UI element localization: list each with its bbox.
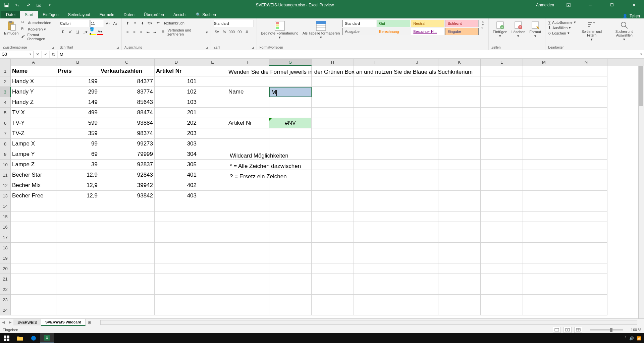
cell-J1[interactable] [396,66,438,76]
cell-N10[interactable] [565,160,607,170]
cell-A5[interactable]: TV X [11,108,56,118]
cell-D9[interactable]: 304 [155,149,198,160]
cell-G2[interactable] [269,76,312,87]
cell-K19[interactable] [438,253,481,263]
network-icon[interactable]: 📶 [637,336,641,341]
cell-E21[interactable] [198,274,227,284]
cell-F12[interactable] [227,180,269,191]
bold-button[interactable]: F [60,28,66,35]
cell-I13[interactable] [354,191,396,201]
cell-J18[interactable] [396,243,438,253]
cell-K2[interactable] [438,76,481,87]
cell-M6[interactable] [523,118,565,128]
cell-H19[interactable] [312,253,354,263]
cell-D11[interactable]: 401 [155,170,198,180]
cell-B17[interactable] [56,232,99,243]
cell-F13[interactable] [227,191,269,201]
cell-C6[interactable]: 93884 [99,118,155,128]
cell-A3[interactable]: Handy Y [11,87,56,97]
delete-cells-button[interactable]: ×Löschen▾ [510,20,527,39]
copy-button[interactable]: ⎘Kopieren ▾ [21,26,54,32]
cell-M17[interactable] [523,232,565,243]
cell-J19[interactable] [396,253,438,263]
cell-H21[interactable] [312,274,354,284]
cell-C23[interactable] [99,295,155,305]
cell-D22[interactable] [155,284,198,295]
cell-N5[interactable] [565,108,607,118]
align-right-icon[interactable]: ≡ [138,29,144,36]
cell-L18[interactable] [481,243,523,253]
cell-B24[interactable] [56,305,99,315]
styles-more-icon[interactable]: ▾ [481,26,484,30]
cell-C18[interactable] [99,243,155,253]
row-header-17[interactable]: 17 [0,232,11,243]
minimize-button[interactable]: ─ [583,0,598,10]
insert-cells-button[interactable]: +Einfügen▾ [491,20,508,39]
cell-F21[interactable] [227,274,269,284]
cell-B18[interactable] [56,243,99,253]
cell-A19[interactable] [11,253,56,263]
cell-G5[interactable] [269,108,312,118]
cell-E2[interactable] [198,76,227,87]
sheet-nav-prev-icon[interactable]: ◀ [0,320,7,324]
row-header-16[interactable]: 16 [0,222,11,232]
cell-E9[interactable] [198,149,227,160]
cell-D10[interactable]: 305 [155,160,198,170]
formula-expand-icon[interactable]: ▼ [638,53,644,56]
cell-J16[interactable] [396,222,438,232]
cell-H2[interactable] [312,76,354,87]
cell-L9[interactable] [481,149,523,160]
tab-data[interactable]: Daten [119,11,139,18]
redo-icon[interactable] [24,1,32,9]
cell-H23[interactable] [312,295,354,305]
row-header-6[interactable]: 6 [0,118,11,128]
cell-K7[interactable] [438,128,481,139]
cell-G15[interactable] [269,212,312,222]
cell-K4[interactable] [438,97,481,108]
col-header-E[interactable]: E [198,59,227,66]
cell-I24[interactable] [354,305,396,315]
name-box[interactable]: G3▼ [0,51,34,58]
cell-B16[interactable] [56,222,99,232]
insert-function-button[interactable]: fx [50,51,58,58]
col-header-D[interactable]: D [155,59,198,66]
qat-dropdown-icon[interactable]: ▾ [46,1,54,9]
cell-K11[interactable] [438,170,481,180]
cell-L10[interactable] [481,160,523,170]
cell-B14[interactable] [56,201,99,212]
row-header-11[interactable]: 11 [0,170,11,180]
cell-A9[interactable]: Lampe Y [11,149,56,160]
cell-H18[interactable] [312,243,354,253]
row-header-9[interactable]: 9 [0,149,11,160]
cell-E20[interactable] [198,263,227,274]
cell-J24[interactable] [396,305,438,315]
cell-G21[interactable] [269,274,312,284]
comma-icon[interactable]: 000 [228,28,235,35]
horizontal-scrollbar[interactable] [100,320,637,325]
row-header-7[interactable]: 7 [0,128,11,139]
cell-H20[interactable] [312,263,354,274]
cell-A17[interactable] [11,232,56,243]
cell-E24[interactable] [198,305,227,315]
fill-color-button[interactable]: 🪣▾ [89,28,96,35]
cell-D20[interactable] [155,263,198,274]
cell-I11[interactable] [354,170,396,180]
col-header-N[interactable]: N [565,59,607,66]
cell-C8[interactable]: 99273 [99,139,155,149]
cell-E7[interactable] [198,128,227,139]
cell-L15[interactable] [481,212,523,222]
cell-B20[interactable] [56,263,99,274]
font-name-select[interactable] [60,20,90,27]
cell-C7[interactable]: 98374 [99,128,155,139]
cell-N21[interactable] [565,274,607,284]
cell-J2[interactable] [396,76,438,87]
cell-K22[interactable] [438,284,481,295]
sheet-nav-next-icon[interactable]: ▶ [7,320,13,324]
row-header-21[interactable]: 21 [0,274,11,284]
cell-J5[interactable] [396,108,438,118]
underline-button[interactable]: U [74,28,81,35]
cell-G11[interactable] [269,170,312,180]
number-dialog-launcher[interactable]: ◢ [252,46,254,49]
cell-D5[interactable]: 201 [155,108,198,118]
cell-N18[interactable] [565,243,607,253]
